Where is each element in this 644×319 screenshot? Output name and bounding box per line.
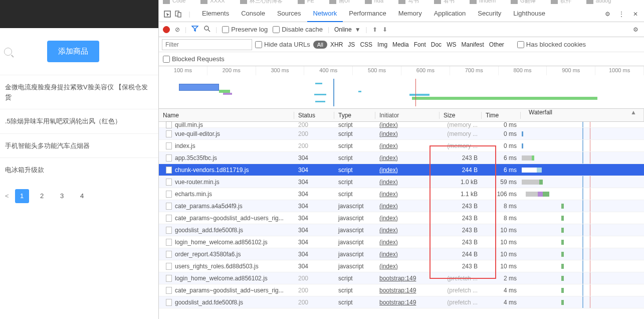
tab-application[interactable]: Application [428,6,472,22]
table-row[interactable]: vue-quill-editor.js200script(index)(memo… [159,128,644,140]
disable-cache-checkbox[interactable] [273,26,280,33]
hide-urls-checkbox[interactable] [255,41,262,48]
file-icon [166,299,172,306]
product-row: 金微电流瘦脸瘦身提拉紧致V脸美容仪 【保税仓发货 [0,75,158,109]
record-button[interactable] [163,26,170,33]
bookmark[interactable]: hda [365,0,383,4]
bookmark[interactable]: 林三心的博客 [240,0,283,5]
product-row: 电冰箱升级款 [0,157,158,182]
bookmark[interactable]: findem [470,0,496,4]
preserve-log-checkbox[interactable] [222,26,229,33]
table-row[interactable]: app.35c35fbc.js304script(index)243 B6 ms [159,152,644,164]
pagination: < 1234 [0,182,158,210]
page-prev-icon[interactable]: < [5,192,9,200]
file-icon [166,275,172,282]
file-icon [166,191,172,198]
filter-type-font[interactable]: Font [414,41,426,48]
inspect-icon[interactable] [163,10,172,19]
bookmark[interactable]: Code [163,0,185,4]
waterfall-overview[interactable]: 100 ms200 ms300 ms400 ms500 ms600 ms700 … [159,66,644,109]
file-icon [166,179,172,186]
file-icon [166,263,172,270]
gear-icon[interactable]: ⚙ [631,25,640,34]
file-icon [166,287,172,294]
bookmark[interactable]: 写书 [398,0,419,5]
bookmark[interactable]: 画UI [329,0,350,5]
table-row[interactable]: goodslist_add.fde500f8.js304javascript(i… [159,224,644,236]
bookmark[interactable]: XXXX [200,0,225,4]
tab-sources[interactable]: Sources [271,6,307,22]
gear-icon[interactable]: ⚙ [603,10,612,19]
bookmark[interactable]: FE [298,0,314,4]
hide-urls-label: Hide data URLs [264,41,310,48]
tab-network[interactable]: Network [307,6,343,22]
file-icon [166,167,172,174]
filter-type-img[interactable]: Img [377,41,387,48]
has-blocked-cookies-checkbox[interactable] [517,41,524,48]
tab-memory[interactable]: Memory [392,6,428,22]
filter-type-other[interactable]: Other [489,41,504,48]
tab-performance[interactable]: Performance [343,6,392,22]
chevron-down-icon[interactable]: ▼ [355,26,361,33]
throttle-select[interactable]: Online [334,26,352,33]
table-row[interactable]: cate_params~goodslist_add~users_rig...20… [159,284,644,296]
bookmark[interactable]: addog [586,0,611,4]
tab-console[interactable]: Console [235,6,271,22]
download-icon[interactable]: ⬇ [382,26,387,33]
table-row[interactable]: index.js200script(index)(memory ...0 ms [159,140,644,152]
file-icon [166,203,172,210]
file-icon [166,239,172,246]
file-icon [166,130,172,137]
file-icon [166,227,172,234]
filter-type-all[interactable]: All [313,41,327,49]
devtools-tabs: | ElementsConsoleSourcesNetworkPerforman… [159,6,644,22]
browser-dark-area [0,0,158,28]
blocked-requests-checkbox[interactable] [163,56,170,63]
file-icon [166,142,172,149]
table-row[interactable]: goodslist_add.fde500f8.js200scriptbootst… [159,296,644,308]
kebab-icon[interactable]: ⋮ [617,10,626,19]
search-icon[interactable] [4,48,12,56]
page-1[interactable]: 1 [15,189,29,203]
upload-icon[interactable]: ⬆ [372,26,377,33]
filter-type-css[interactable]: CSS [360,41,372,48]
table-row[interactable]: chunk-vendors.1d811719.js304script(index… [159,164,644,176]
table-row[interactable]: login_home_welcome.ad856102.js304javascr… [159,236,644,248]
search-icon[interactable] [203,25,210,34]
table-row[interactable]: order_report.43580fa6.js304javascript(in… [159,248,644,260]
table-row[interactable]: quill.min.js200script(index)(memory ...0… [159,122,644,128]
table-row[interactable]: echarts.min.js304script(index)1.1 kB106 … [159,188,644,200]
tab-elements[interactable]: Elements [196,6,235,22]
table-row[interactable]: vue-router.min.js304script(index)1.0 kB5… [159,176,644,188]
page-2[interactable]: 2 [35,189,49,203]
preserve-log-label: Preserve log [231,26,268,33]
file-icon [166,251,172,258]
file-icon [166,121,172,128]
bookmark[interactable]: G翻译 [511,0,536,5]
clear-icon[interactable]: ⊘ [175,26,180,33]
tab-lighthouse[interactable]: Lighthouse [507,6,551,22]
filter-type-js[interactable]: JS [348,41,355,48]
tab-security[interactable]: Security [472,6,507,22]
bookmark[interactable]: 软件 [551,0,571,5]
page-4[interactable]: 4 [75,189,89,203]
table-row[interactable]: login_home_welcome.ad856102.js200scriptb… [159,272,644,284]
filter-input[interactable] [162,39,252,50]
table-row[interactable]: cate_params.a4a5d4f9.js304javascript(ind… [159,200,644,212]
device-toggle-icon[interactable] [174,10,183,19]
table-row[interactable]: cate_params~goodslist_add~users_rig...30… [159,212,644,224]
page-3[interactable]: 3 [55,189,69,203]
bookmark[interactable]: 看书 [434,0,455,5]
filter-type-manifest[interactable]: Manifest [461,41,484,48]
add-product-button[interactable]: 添加商品 [47,41,99,62]
filter-type-doc[interactable]: Doc [431,41,442,48]
table-row[interactable]: users_rights_roles.6d88d503.js304javascr… [159,260,644,272]
filter-icon[interactable] [191,26,198,33]
filter-type-media[interactable]: Media [392,41,409,48]
filter-type-ws[interactable]: WS [447,41,456,48]
close-icon[interactable]: ✕ [631,10,640,19]
product-row: 手机智能头多功能汽车点烟器 [0,133,158,158]
svg-point-3 [204,26,208,30]
product-row: .5除烟异味车用氧吧双涡轮出风（红色） [0,109,158,133]
filter-type-xhr[interactable]: XHR [330,41,343,48]
